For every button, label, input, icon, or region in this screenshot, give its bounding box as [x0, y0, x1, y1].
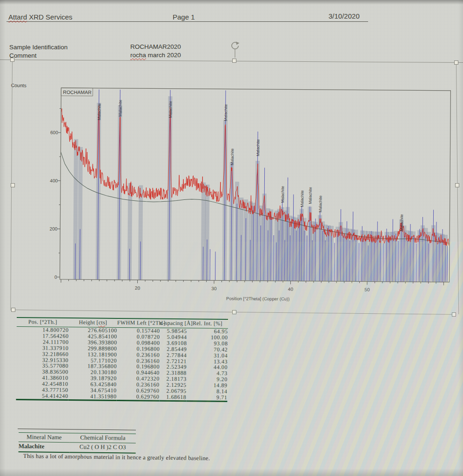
legend-box	[61, 88, 93, 96]
table-cell: 70.42	[187, 346, 228, 353]
mineral-section: Mineral NameChemical Formula MalachiteCu…	[19, 432, 136, 454]
phase-label: Malachite	[223, 104, 228, 121]
selection-top-border	[0, 60, 463, 63]
page-number: Page 1	[173, 13, 195, 21]
table-cell: 93.08	[187, 340, 228, 347]
mineral-table-col-header: Chemical Formula	[70, 433, 136, 443]
table-cell: 9.71	[186, 394, 227, 401]
y-tick-label: 0	[54, 274, 57, 279]
phase-label: Malachite	[230, 148, 235, 165]
y-axis-ticks	[57, 108, 61, 277]
table-cell: 2.85449	[160, 346, 187, 352]
table-cell: 41.351980	[68, 393, 116, 400]
y-tick-label: 400	[50, 178, 58, 183]
mineral-table-col-header: Mineral Name	[19, 433, 70, 443]
table-cell: 0.196800	[117, 346, 160, 352]
rotate-arrow-head	[236, 42, 239, 45]
phase-peak-labels: MalachiteMalachiteMalachiteMalachiteMala…	[96, 99, 405, 231]
phase-label: Malachite	[255, 139, 260, 156]
phase-label: Malachite	[97, 103, 101, 120]
peak-table-col-header: FWHM Left [°2Th.]	[117, 318, 160, 328]
x-tick-label: 30	[211, 286, 217, 291]
x-tick-label: 20	[135, 285, 141, 291]
reference-pattern-lines	[75, 89, 448, 282]
chemical-formula-cell: Cu2 ( O H )2 C O3	[70, 443, 136, 453]
report-service-name: Attard XRD Services	[8, 13, 73, 21]
selection-handle-mid-left[interactable]	[11, 183, 15, 187]
sample-id-label: Sample Identification	[9, 44, 67, 51]
mineral-table: Mineral NameChemical Formula MalachiteCu…	[19, 432, 136, 454]
service-name-flagged-word: Attard	[8, 13, 27, 21]
y-tick-label: 600	[50, 130, 58, 135]
table-cell: 0.629760	[116, 394, 159, 401]
comment-value: rocha march 2020	[130, 52, 181, 59]
photographed-report-page: Attard XRD Services Page 1 3/10/2020 Sam…	[0, 0, 463, 476]
chart-title: ROCHAMAR	[63, 89, 92, 95]
report-date: 3/10/2020	[329, 12, 360, 20]
peak-list-section: Pos. [°2Th.]Height [cts]FWHM Left [°2Th.…	[16, 317, 228, 402]
analyst-comment: This has a lot of amorphous material in …	[23, 453, 210, 462]
table-cell: 3.69108	[160, 340, 187, 346]
phase-label: Malachite	[280, 186, 285, 203]
mineral-name-cell: Malachite	[19, 442, 70, 452]
selection-handle-bottom-center[interactable]	[232, 310, 236, 314]
peak-table-col-header: Pos. [°2Th.]	[17, 317, 69, 327]
mineral-table-header: Mineral NameChemical Formula	[19, 433, 136, 443]
rotate-handle-icon[interactable]	[230, 41, 241, 60]
table-cell: 100.00	[187, 334, 228, 341]
phase-label: Malachite	[399, 214, 404, 231]
phase-label: Malachite	[300, 190, 304, 207]
mineral-table-topline	[18, 429, 136, 430]
phase-label: Malachite	[318, 195, 322, 212]
service-name-rest: XRD Services	[27, 13, 73, 21]
selection-handle-bottom-left[interactable]	[11, 308, 15, 312]
comment-rest: march 2020	[146, 52, 181, 59]
table-cell: 54.414240	[16, 393, 68, 400]
selection-handle-top-right[interactable]	[454, 60, 458, 65]
x-axis-ticks	[61, 279, 444, 285]
sample-id-value: ROCHAMAR2020	[130, 43, 181, 50]
y-axis-title: Counts	[11, 82, 26, 88]
table-cell: 64.95	[187, 328, 228, 335]
peak-list-table: Pos. [°2Th.]Height [cts]FWHM Left [°2Th.…	[16, 317, 228, 402]
table-cell: 0.236160	[117, 352, 160, 358]
table-row: 54.41424041.3519800.6297601.686189.71	[16, 393, 227, 401]
phase-label: Malachite	[308, 187, 313, 204]
comment-flagged-word: rocha	[130, 52, 146, 59]
table-cell: 2.77844	[160, 352, 187, 358]
fitted-baseline-curve	[60, 152, 450, 244]
flagged-word: cts	[99, 319, 105, 326]
y-tick-label: 200	[50, 226, 58, 231]
selection-handle-top-center[interactable]	[232, 59, 236, 63]
table-cell: 32.218660	[16, 351, 68, 357]
table-cell: 132.181900	[68, 351, 117, 358]
table-cell: 299.889800	[68, 345, 117, 352]
table-cell: 31.04	[187, 352, 228, 359]
selection-handle-bottom-right[interactable]	[452, 312, 456, 317]
table-row: MalachiteCu2 ( O H )2 C O3	[19, 442, 136, 453]
x-tick-label: 40	[288, 286, 294, 291]
x-tick-label: 50	[364, 287, 370, 292]
table-cell: 1.68618	[159, 394, 186, 401]
phase-label: Malachite	[168, 101, 173, 118]
peak-table-col-header: Height [cts]	[69, 318, 117, 327]
peak-area-bands	[73, 96, 449, 282]
selection-handle-top-left[interactable]	[10, 58, 14, 62]
peak-table-col-header: d-spacing [Å]	[160, 319, 187, 328]
peak-table-col-header: Rel. Int. [%]	[187, 319, 228, 328]
phase-label: Malachite	[118, 99, 122, 117]
plot-frame	[60, 88, 451, 282]
header-rule	[7, 21, 368, 22]
x-axis-title: Position [°2Theta] (Copper (Cu))	[226, 296, 289, 301]
selection-right-border	[456, 62, 459, 314]
selection-handle-mid-right[interactable]	[455, 183, 459, 187]
measured-intensity-trace	[60, 106, 450, 246]
